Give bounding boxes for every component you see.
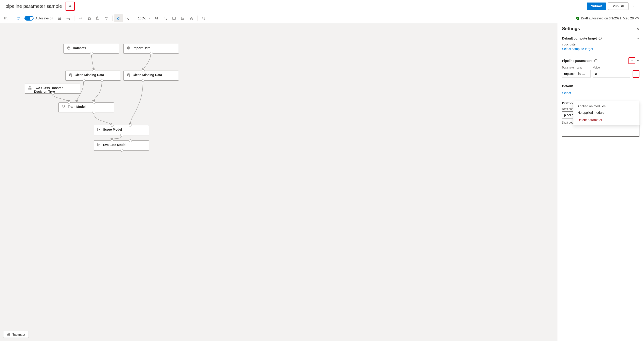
node-evaluate-model[interactable]: Evaluate Model [94, 140, 149, 150]
library-icon[interactable] [2, 14, 10, 22]
svg-point-37 [99, 144, 99, 144]
settings-panel: Settings Default compute target cpuclust… [557, 23, 644, 341]
publish-button[interactable]: Publish [608, 2, 628, 10]
evaluate-icon [97, 143, 101, 147]
param-value-label: Value [593, 66, 630, 69]
param-more-highlight [632, 70, 640, 78]
submit-button[interactable]: Submit [587, 2, 606, 10]
redo-icon[interactable] [76, 14, 84, 22]
svg-point-32 [63, 107, 64, 108]
chevron-down-icon[interactable] [637, 60, 640, 62]
param-name-label: Parameter name [562, 66, 591, 69]
more-icon[interactable] [634, 72, 638, 76]
select-lasso-icon[interactable] [123, 14, 131, 22]
node-dataset1[interactable]: Dataset1 [64, 44, 119, 54]
chevron-down-icon[interactable] [148, 17, 150, 20]
section-datastore: Default Select [558, 81, 644, 98]
search-canvas-icon[interactable] [199, 14, 208, 22]
zoom-level[interactable]: 100% [137, 16, 147, 20]
svg-rect-27 [30, 86, 30, 87]
undo-icon[interactable] [64, 14, 72, 22]
svg-rect-28 [28, 88, 30, 89]
svg-rect-13 [173, 17, 176, 20]
select-compute-link[interactable]: Select compute target [562, 47, 593, 51]
auto-layout-icon[interactable] [187, 14, 196, 22]
section-compute: Default compute target cpucluster Select… [558, 33, 644, 54]
import-icon [127, 46, 130, 50]
svg-rect-18 [192, 19, 193, 20]
autosave-label: Autosave on [36, 16, 53, 20]
status-text: Draft autosaved on 3/1/2021, 5:26:28 PM [581, 16, 640, 20]
navigator-button[interactable]: Navigator [3, 331, 29, 338]
svg-rect-29 [30, 88, 31, 89]
node-score-model[interactable]: Score Model [94, 125, 149, 135]
svg-point-25 [128, 74, 130, 74]
parameter-popover: Applied on modules: No applied module De… [573, 101, 640, 125]
actual-size-icon[interactable]: 1:1 [178, 14, 187, 22]
delete-parameter-link[interactable]: Delete parameter [578, 118, 635, 122]
main: Dataset1 Import Data Clean Missing Data … [0, 23, 644, 341]
copy-icon[interactable] [85, 14, 93, 22]
datastore-section-title: Default [562, 84, 573, 88]
svg-rect-6 [59, 18, 60, 20]
paste-icon[interactable] [94, 14, 102, 22]
chevron-down-icon[interactable] [637, 37, 640, 40]
svg-point-38 [99, 144, 100, 145]
svg-point-31 [64, 106, 65, 106]
select-datastore-link[interactable]: Select [562, 91, 571, 95]
tree-icon [28, 86, 32, 90]
node-import-data[interactable]: Import Data [123, 44, 179, 54]
svg-point-23 [70, 74, 72, 74]
autosave-toggle[interactable]: Autosave on [24, 16, 53, 20]
svg-text:1:1: 1:1 [182, 18, 184, 19]
node-label: Clean Missing Data [75, 73, 104, 77]
param-value-input[interactable] [593, 70, 630, 78]
train-icon [62, 105, 66, 108]
canvas[interactable]: Dataset1 Import Data Clean Missing Data … [0, 23, 557, 341]
database-icon [67, 46, 70, 50]
svg-point-3 [636, 6, 636, 6]
plus-icon[interactable] [630, 59, 634, 62]
node-clean-missing-1[interactable]: Clean Missing Data [65, 70, 121, 80]
svg-point-0 [70, 6, 71, 6]
gear-icon[interactable] [68, 4, 72, 8]
svg-point-30 [62, 106, 63, 106]
node-label: Import Data [133, 46, 150, 50]
add-parameter-highlight [628, 57, 635, 64]
map-icon [6, 333, 10, 336]
svg-rect-7 [88, 18, 90, 20]
svg-point-19 [202, 17, 204, 19]
refresh-icon[interactable] [14, 14, 22, 22]
popover-applied-title: Applied on modules: [578, 104, 635, 108]
info-icon[interactable] [594, 59, 598, 62]
node-clean-missing-2[interactable]: Clean Missing Data [123, 70, 179, 80]
param-name-input[interactable] [562, 70, 591, 78]
node-label: Train Model [68, 105, 86, 108]
score-icon [97, 128, 101, 131]
svg-point-22 [128, 46, 130, 48]
page-header: pipeline parameter sample Submit Publish [0, 0, 644, 13]
svg-rect-39 [7, 333, 10, 336]
zoom-out-icon[interactable] [161, 14, 170, 22]
node-label: Evaluate Model [103, 143, 126, 147]
fit-screen-icon[interactable] [170, 14, 178, 22]
compute-value: cpucluster [562, 42, 640, 46]
svg-rect-5 [59, 17, 60, 18]
close-icon[interactable] [636, 27, 640, 30]
zoom-in-icon[interactable] [152, 14, 161, 22]
draft-desc-input[interactable] [562, 125, 640, 136]
pan-hand-icon[interactable] [114, 14, 123, 22]
info-icon[interactable] [598, 37, 602, 40]
node-label: Two-Class Boosted Decision Tree [34, 86, 77, 94]
node-train-model[interactable]: Train Model [58, 102, 114, 112]
delete-icon[interactable] [102, 14, 110, 22]
svg-point-35 [99, 129, 100, 130]
header-more-button[interactable] [631, 2, 638, 10]
svg-rect-17 [190, 19, 191, 20]
toolbar: Autosave on 100% 1:1 Draft autosaved on … [0, 13, 644, 23]
node-two-class-boosted[interactable]: Two-Class Boosted Decision Tree [25, 84, 80, 94]
save-icon[interactable] [56, 14, 64, 22]
svg-point-34 [99, 129, 99, 129]
svg-point-42 [635, 74, 635, 74]
compute-section-title: Default compute target [562, 36, 597, 40]
